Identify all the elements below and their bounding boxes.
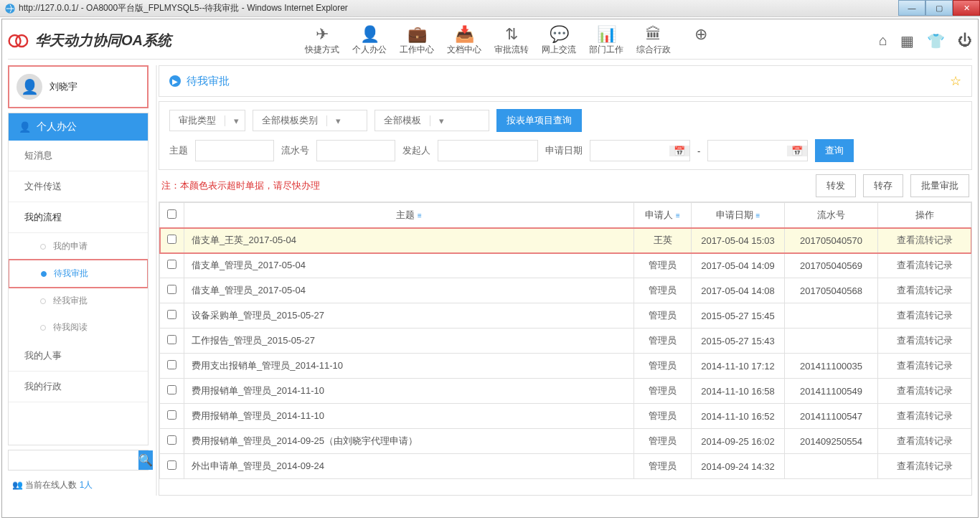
view-flow-link[interactable]: 查看流转记录 [878,454,971,479]
table-row[interactable]: 费用报销单_管理员_2014-11-10管理员2014-11-10 16:582… [160,379,971,404]
row-checkbox[interactable] [167,385,176,394]
building-icon: 🏛 [632,25,675,44]
table-row[interactable]: 工作报告_管理员_2015-05-27管理员2015-05-27 15:43查看… [160,328,971,354]
view-flow-link[interactable]: 查看流转记录 [878,354,971,379]
side-pending-read[interactable]: 待我阅读 [9,314,148,341]
nav-work[interactable]: 💼工作中心 [395,25,438,56]
nav-admin[interactable]: 🏛综合行政 [632,25,675,56]
shirt-icon[interactable]: 👕 [927,32,945,49]
row-applicant: 王英 [634,228,692,253]
query-by-form-button[interactable]: 按表单项目查询 [496,109,582,132]
user-card[interactable]: 👤 刘晓宇 [8,65,149,108]
favorite-star-icon[interactable]: ☆ [950,73,961,89]
view-flow-link[interactable]: 查看流转记录 [878,278,971,303]
home-icon[interactable]: ⌂ [879,32,887,49]
table-row[interactable]: 设备采购单_管理员_2015-05-27管理员2015-05-27 15:45查… [160,303,971,328]
col-subject[interactable]: 主题≡ [184,203,634,228]
table-row[interactable]: 费用支出报销单_管理员_2014-11-10管理员2014-11-10 17:1… [160,354,971,379]
side-my-admin[interactable]: 我的行政 [9,372,148,402]
nav-dept[interactable]: 📊部门工作 [585,25,628,56]
save-button[interactable]: 转存 [863,174,903,197]
template-category-select[interactable]: 全部模板类别▾ [253,110,367,131]
row-checkbox[interactable] [167,335,176,344]
nav-approval[interactable]: ⇅审批流转 [490,25,533,56]
subject-input[interactable] [195,140,274,161]
row-checkbox[interactable] [167,460,176,470]
user-icon: 👤 [348,25,391,44]
nav-personal[interactable]: 👤个人办公 [348,25,391,56]
view-flow-link[interactable]: 查看流转记录 [878,328,971,354]
query-button[interactable]: 查询 [815,139,854,162]
serial-label: 流水号 [281,144,309,157]
calendar-icon[interactable]: 📅 [787,146,807,156]
side-myflow[interactable]: 我的流程 [9,202,148,233]
nav-chat[interactable]: 💬网上交流 [537,25,580,56]
serial-input[interactable] [316,140,395,161]
side-search-button[interactable]: 🔍 [138,450,153,470]
view-flow-link[interactable]: 查看流转记录 [878,429,971,454]
nav-docs[interactable]: 📥文档中心 [443,25,486,56]
side-approved-by-me[interactable]: 经我审批 [9,288,148,314]
side-pending-approval[interactable]: 待我审批 [8,259,149,288]
side-search-input[interactable] [9,450,138,470]
row-checkbox[interactable] [167,260,176,269]
side-menu-header[interactable]: 👤 个人办公 [9,113,148,141]
row-subject: 设备采购单_管理员_2015-05-27 [184,303,634,328]
table-row[interactable]: 借支单_管理员_2017-05-04管理员2017-05-04 14:08201… [160,278,971,303]
browser-titlebar: http://127.0.0.1/ - OA8000平台版_FPLMYSQL5-… [0,0,980,17]
side-my-hr[interactable]: 我的人事 [9,341,148,372]
row-applicant: 管理员 [634,379,692,404]
table-row[interactable]: 外出申请单_管理员_2014-09-24管理员2014-09-24 14:32查… [160,454,971,479]
subject-label: 主题 [169,144,188,157]
batch-approve-button[interactable]: 批量审批 [910,174,969,197]
row-checkbox[interactable] [167,435,176,445]
table-row[interactable]: 费用报销单_管理员_2014-11-10管理员2014-11-10 16:522… [160,404,971,429]
row-date: 2015-05-27 15:43 [692,328,785,354]
row-subject: 借支单_管理员_2017-05-04 [184,253,634,278]
col-date[interactable]: 申请日期≡ [692,203,785,228]
side-messages[interactable]: 短消息 [9,141,148,171]
row-date: 2014-09-25 16:02 [692,429,785,454]
row-checkbox[interactable] [167,360,176,369]
window-maximize-button[interactable]: ▢ [925,0,953,16]
col-applicant[interactable]: 申请人≡ [634,203,692,228]
select-all-checkbox[interactable] [167,209,176,219]
view-flow-link[interactable]: 查看流转记录 [878,303,971,328]
date-to-input[interactable] [708,146,787,156]
approve-type-select[interactable]: 审批类型▾ [169,110,245,131]
table-row[interactable]: 借支单_王英_2017-05-04王英2017-05-04 15:0320170… [160,228,971,253]
table-row[interactable]: 借支单_管理员_2017-05-04管理员2017-05-04 14:09201… [160,253,971,278]
side-my-apply[interactable]: 我的申请 [9,233,148,260]
row-serial: 201705040570 [785,228,878,253]
window-close-button[interactable]: ✕ [953,0,980,16]
apps-icon[interactable]: ▦ [900,32,914,49]
user-name: 刘晓宇 [50,80,77,93]
col-serial[interactable]: 流水号 [785,203,878,228]
view-flow-link[interactable]: 查看流转记录 [878,379,971,404]
title-panel: ▶ 待我审批 ☆ [159,65,972,97]
nav-add[interactable]: ⊕ [679,25,722,56]
row-applicant: 管理员 [634,429,692,454]
calendar-icon[interactable]: 📅 [669,146,689,156]
row-checkbox[interactable] [167,235,176,244]
row-checkbox[interactable] [167,310,176,319]
view-flow-link[interactable]: 查看流转记录 [878,253,971,278]
date-from-input[interactable] [590,146,669,156]
table-row[interactable]: 费用报销单_管理员_2014-09-25（由刘晓宇代理申请）管理员2014-09… [160,429,971,454]
forward-button[interactable]: 转发 [816,174,856,197]
row-subject: 借支单_王英_2017-05-04 [184,228,634,253]
row-checkbox[interactable] [167,410,176,420]
row-serial [785,303,878,328]
date-from: 📅 [590,140,690,161]
window-minimize-button[interactable]: — [898,0,925,16]
view-flow-link[interactable]: 查看流转记录 [878,228,971,253]
row-checkbox[interactable] [167,285,176,294]
sidebar: 👤 刘晓宇 👤 个人办公 短消息 文件传送 我的流程 我的申请 待我审批 经我审… [8,65,149,496]
template-select[interactable]: 全部模板▾ [374,110,489,131]
row-applicant: 管理员 [634,278,692,303]
power-icon[interactable]: ⏻ [958,32,972,49]
nav-shortcut[interactable]: ✈快捷方式 [301,25,344,56]
view-flow-link[interactable]: 查看流转记录 [878,404,971,429]
side-filetransfer[interactable]: 文件传送 [9,171,148,202]
initiator-input[interactable] [438,140,538,161]
